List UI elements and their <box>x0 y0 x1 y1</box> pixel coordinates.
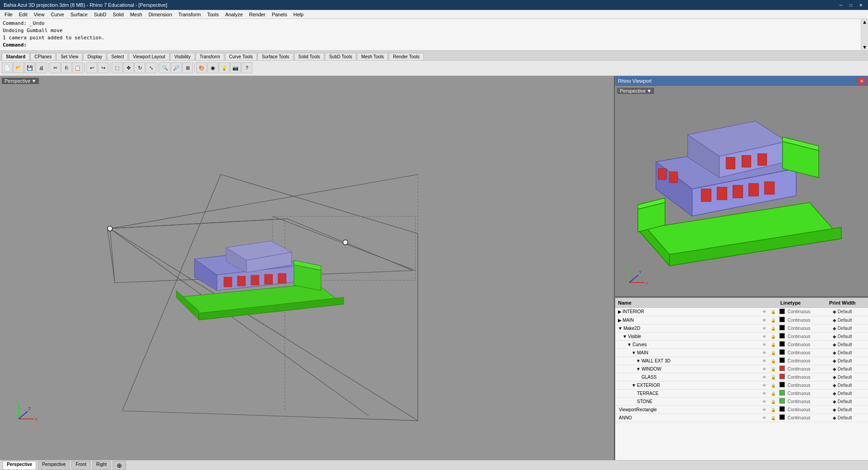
layer-expand-12[interactable]: ViewportRectangle <box>615 405 760 414</box>
layer-lock-6[interactable]: 🔒 <box>769 357 778 365</box>
menu-dimension[interactable]: Dimension <box>146 11 175 18</box>
menu-solid[interactable]: Solid <box>110 11 126 18</box>
layer-visible-4[interactable]: 👁 <box>760 340 769 348</box>
layer-expand-13[interactable]: ANNO <box>615 414 760 422</box>
menu-edit[interactable]: Edit <box>16 11 30 18</box>
layer-row-12[interactable]: ViewportRectangle 👁 🔒 Continuous ◆ Defau… <box>615 405 868 414</box>
tab-display[interactable]: Display <box>83 53 106 60</box>
layer-visible-12[interactable]: 👁 <box>760 405 769 414</box>
layer-visible-6[interactable]: 👁 <box>760 357 769 365</box>
layer-row-2[interactable]: ▼Make2D 👁 🔒 Continuous ◆ Default <box>615 324 868 332</box>
layer-expand-6[interactable]: ▼WALL EXT 3D <box>615 357 760 365</box>
tool-zoom-in[interactable]: 🔍 <box>160 62 170 73</box>
layer-lock-7[interactable]: 🔒 <box>769 365 778 373</box>
tool-open[interactable]: 📂 <box>13 62 24 73</box>
rhino-vp-dropdown-icon[interactable]: ▼ <box>646 88 651 94</box>
layer-visible-2[interactable]: 👁 <box>760 324 769 332</box>
layer-color-5[interactable] <box>778 348 787 357</box>
layer-expand-8[interactable]: GLASS <box>615 373 760 381</box>
layer-lock-5[interactable]: 🔒 <box>769 348 778 357</box>
layer-lock-12[interactable]: 🔒 <box>769 405 778 414</box>
tool-light[interactable]: 💡 <box>219 62 230 73</box>
vp-tab-add[interactable]: ⊕ <box>113 461 126 470</box>
layer-expand-5[interactable]: ▼MAIN <box>615 348 760 357</box>
layer-lock-10[interactable]: 🔒 <box>769 389 778 397</box>
layer-expand-3[interactable]: ▼Visible <box>615 332 760 340</box>
rhino-viewport-close-button[interactable]: ✕ <box>858 77 865 85</box>
layer-color-9[interactable] <box>778 381 787 389</box>
menu-view[interactable]: View <box>31 11 47 18</box>
menu-help[interactable]: Help <box>291 11 307 18</box>
layer-visible-10[interactable]: 👁 <box>760 389 769 397</box>
layer-row-10[interactable]: TERRACE 👁 🔒 Continuous ◆ Default <box>615 389 868 397</box>
layer-color-10[interactable] <box>778 389 787 397</box>
menu-mesh[interactable]: Mesh <box>127 11 145 18</box>
layer-row-6[interactable]: ▼WALL EXT 3D 👁 🔒 Continuous ◆ Default <box>615 357 868 365</box>
menu-render[interactable]: Render <box>246 11 268 18</box>
vp-tab-front[interactable]: Front <box>71 461 90 470</box>
vp-tab-perspective-2[interactable]: Perspective <box>38 461 70 470</box>
layer-visible-8[interactable]: 👁 <box>760 373 769 381</box>
layer-expand-11[interactable]: STONE <box>615 397 760 405</box>
layer-row-7[interactable]: ▼WINDOW 👁 🔒 Continuous ◆ Default <box>615 365 868 373</box>
menu-analyze[interactable]: Analyze <box>222 11 245 18</box>
tab-mesh-tools[interactable]: Mesh Tools <box>357 53 388 60</box>
layer-row-8[interactable]: GLASS 👁 🔒 Continuous ◆ Default <box>615 373 868 381</box>
menu-curve[interactable]: Curve <box>48 11 66 18</box>
layer-expand-0[interactable]: ▶INTERIOR <box>615 308 760 316</box>
tool-new[interactable]: 📄 <box>2 62 13 73</box>
tab-standard[interactable]: Standard <box>2 53 29 60</box>
tool-undo[interactable]: ↩ <box>86 62 97 73</box>
layer-color-0[interactable] <box>778 308 787 316</box>
layer-row-9[interactable]: ▼EXTERIOR 👁 🔒 Continuous ◆ Default <box>615 381 868 389</box>
layer-color-11[interactable] <box>778 397 787 405</box>
tab-transform[interactable]: Transform <box>196 53 224 60</box>
menu-tools[interactable]: Tools <box>204 11 222 18</box>
tool-copy[interactable]: ⎘ <box>61 62 72 73</box>
layer-expand-9[interactable]: ▼EXTERIOR <box>615 381 760 389</box>
layer-color-12[interactable] <box>778 405 787 414</box>
tab-surface-tools[interactable]: Surface Tools <box>258 53 293 60</box>
layer-lock-1[interactable]: 🔒 <box>769 316 778 324</box>
tool-help[interactable]: ? <box>241 62 252 73</box>
tool-move[interactable]: ✥ <box>123 62 134 73</box>
layer-color-2[interactable] <box>778 324 787 332</box>
tool-zoom-ext[interactable]: ⊞ <box>182 62 193 73</box>
tool-rotate[interactable]: ↻ <box>134 62 145 73</box>
menu-subd[interactable]: SubD <box>91 11 109 18</box>
tool-zoom-out[interactable]: 🔎 <box>171 62 182 73</box>
tool-cut[interactable]: ✂ <box>50 62 61 73</box>
layer-visible-11[interactable]: 👁 <box>760 397 769 405</box>
layer-expand-4[interactable]: ▼Curves <box>615 340 760 348</box>
tab-select[interactable]: Select <box>107 53 128 60</box>
menu-file[interactable]: File <box>2 11 15 18</box>
layer-visible-5[interactable]: 👁 <box>760 348 769 357</box>
layer-lock-3[interactable]: 🔒 <box>769 332 778 340</box>
layer-visible-3[interactable]: 👁 <box>760 332 769 340</box>
layer-row-1[interactable]: ▶MAIN 👁 🔒 Continuous ◆ Default <box>615 316 868 324</box>
layer-color-6[interactable] <box>778 357 787 365</box>
layer-row-5[interactable]: ▼MAIN 👁 🔒 Continuous ◆ Default <box>615 348 868 357</box>
tab-solid-tools[interactable]: Solid Tools <box>294 53 324 60</box>
menu-surface[interactable]: Surface <box>68 11 90 18</box>
layer-color-3[interactable] <box>778 332 787 340</box>
layer-expand-1[interactable]: ▶MAIN <box>615 316 760 324</box>
command-prompt[interactable]: Command: <box>3 42 865 49</box>
tool-camera[interactable]: 📷 <box>230 62 241 73</box>
tab-visibility[interactable]: Visibility <box>170 53 195 60</box>
layer-row-4[interactable]: ▼Curves 👁 🔒 Continuous ◆ Default <box>615 340 868 348</box>
layer-color-8[interactable] <box>778 373 787 381</box>
tool-scale[interactable]: ⤡ <box>146 62 156 73</box>
layer-color-1[interactable] <box>778 316 787 324</box>
vp-tab-perspective-1[interactable]: Perspective <box>3 461 36 470</box>
layer-visible-13[interactable]: 👁 <box>760 414 769 422</box>
layer-lock-11[interactable]: 🔒 <box>769 397 778 405</box>
tool-select[interactable]: ⬚ <box>112 62 123 73</box>
close-button[interactable]: ✕ <box>857 1 864 9</box>
maximize-button[interactable]: □ <box>847 1 854 9</box>
minimize-button[interactable]: ─ <box>837 1 844 9</box>
tool-paste[interactable]: 📋 <box>72 62 83 73</box>
tool-redo[interactable]: ↪ <box>98 62 108 73</box>
menu-panels[interactable]: Panels <box>269 11 290 18</box>
layer-visible-0[interactable]: 👁 <box>760 308 769 316</box>
